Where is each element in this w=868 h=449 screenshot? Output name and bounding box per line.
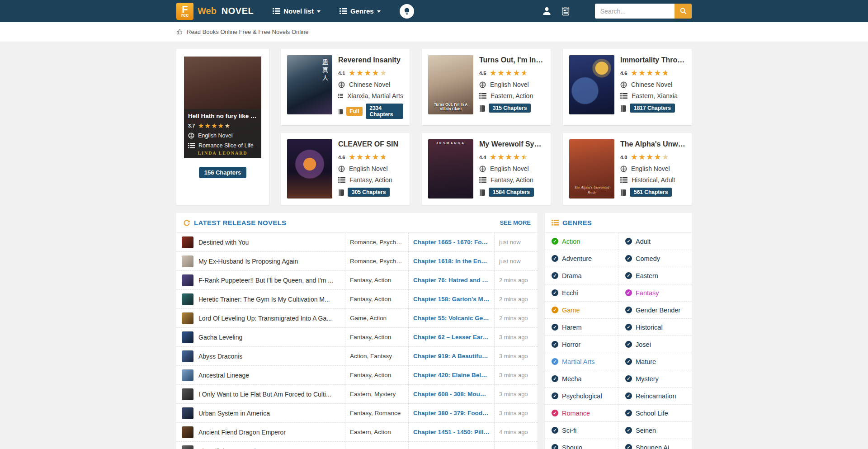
latest-release-row[interactable]: Abyss Draconis Action, Fantasy Chapter 9… (176, 347, 538, 366)
genre-link[interactable]: Adult (618, 233, 692, 250)
genre-link[interactable]: Historical (618, 319, 692, 336)
novel-title[interactable]: Turns Out, I'm In A Vill... (479, 56, 544, 64)
featured-novel-card[interactable]: The Alpha's Unwanted Bride The Alpha's U… (563, 133, 692, 205)
genre-link[interactable]: Shounen Ai (618, 439, 692, 449)
latest-release-row[interactable]: Heretic Trainer: The Gym Is My Cultivati… (176, 290, 538, 309)
chapter-link[interactable]: Chapter 420: Elaine Belpheg... (408, 366, 494, 385)
latest-release-row[interactable]: Ancestral Lineage Fantasy, Action Chapte… (176, 366, 538, 385)
chapter-link[interactable]: Chapter 55: Volcanic Gecko (... (408, 309, 494, 328)
latest-release-row[interactable]: Lord Of Leveling Up: Transmigrated Into … (176, 309, 538, 328)
latest-release-row[interactable]: Ancient Fiend Dragon Emperor Eastern, Ac… (176, 423, 538, 442)
featured-novel-card[interactable]: CLEAVER OF SIN 4.6 ★★★★★★★★★★ English No… (281, 133, 410, 205)
latest-release-row[interactable]: The Villains Must Win Fantasy, Adult Cha… (176, 442, 538, 449)
novel-cover[interactable]: 蛊真人 (287, 55, 332, 114)
chapter-link[interactable]: Chapter 1665 - 1670: Fool fo... (408, 233, 494, 252)
latest-release-panel: LATEST RELEASE NOVELS SEE MORE Destined … (176, 213, 538, 449)
novel-title-link[interactable]: Ancestral Lineage (198, 372, 249, 379)
latest-release-row[interactable]: My Ex-Husband Is Proposing Again Romance… (176, 252, 538, 271)
novel-cover[interactable] (287, 139, 332, 199)
chapter-link[interactable]: Chapter 919: A Beautiful Fan... (408, 347, 494, 366)
novel-title[interactable]: CLEAVER OF SIN (338, 140, 403, 148)
novel-cover[interactable]: Turns Out, I'm In A Villain Clan! (428, 55, 473, 114)
featured-novel-card[interactable]: JKSMANGA My Werewolf System 4.4 ★★★★★★★★… (422, 133, 551, 205)
time-cell: 3 mins ago (494, 347, 538, 366)
genre-link[interactable]: Mature (618, 353, 692, 370)
novel-title-link[interactable]: Lord Of Leveling Up: Transmigrated Into … (198, 315, 332, 322)
star-rating-icon: ★★★★★★★★★★ (490, 153, 528, 161)
featured-novel-card[interactable]: Immortality Through ... 4.6 ★★★★★★★★★★ C… (563, 49, 692, 125)
user-account-button[interactable] (542, 6, 552, 16)
genre-link[interactable]: Sci-fi (545, 422, 618, 439)
see-more-link[interactable]: SEE MORE (500, 219, 531, 226)
novel-title-link[interactable]: Ancient Fiend Dragon Emperor (198, 429, 286, 436)
time-cell: 2 mins ago (494, 271, 538, 290)
genre-link[interactable]: Mecha (545, 370, 618, 388)
genre-link[interactable]: Ecchi (545, 284, 618, 302)
novel-title-link[interactable]: My Ex-Husband Is Proposing Again (198, 258, 298, 265)
genre-link[interactable]: Josei (618, 336, 692, 353)
novel-title[interactable]: Reverend Insanity (338, 56, 403, 64)
genre-link[interactable]: Adventure (545, 250, 618, 267)
genre-link[interactable]: Gender Bender (618, 302, 692, 319)
novel-cover[interactable]: HELL HATH NO FURY Hell Hath no fury like… (184, 57, 261, 158)
genre-link[interactable]: Mystery (618, 370, 692, 388)
novel-title-link[interactable]: F-Rank Puppeteer!! But I'll be Queen, an… (198, 277, 333, 284)
chapter-link[interactable]: Chapter 1451 - 1450: Pill Refi... (408, 423, 494, 442)
novel-cover[interactable] (569, 55, 614, 114)
genre-link[interactable]: Seinen (618, 422, 692, 439)
novel-title-link[interactable]: Destined with You (198, 239, 249, 246)
novel-title-link[interactable]: Abyss Draconis (198, 353, 242, 360)
latest-release-row[interactable]: I Only Want to Lie Flat But Am Forced to… (176, 385, 538, 404)
novel-title-link[interactable]: Heretic Trainer: The Gym Is My Cultivati… (198, 296, 330, 303)
time-cell: 3 mins ago (494, 404, 538, 423)
latest-release-row[interactable]: Urban System in America Fantasy, Romance… (176, 404, 538, 423)
novel-title-link[interactable]: Gacha Leveling (198, 334, 242, 341)
site-logo[interactable]: F ree WebNOVEL (176, 3, 254, 20)
novel-title-link[interactable]: Urban System in America (198, 410, 270, 417)
genres-cell: Fantasy, Action (345, 290, 408, 309)
novel-title[interactable]: Hell Hath no fury like a bi... (188, 113, 257, 119)
featured-novel-card[interactable]: Turns Out, I'm In A Villain Clan! Turns … (422, 49, 551, 125)
genre-link[interactable]: Shoujo (545, 439, 618, 449)
free-logo-badge: F ree (176, 3, 193, 20)
nav-novel-list[interactable]: Novel list (273, 7, 321, 15)
genre-link[interactable]: Action (545, 233, 618, 250)
reading-list-button[interactable] (561, 6, 571, 16)
theme-toggle-button[interactable] (400, 4, 414, 19)
genre-link[interactable]: Martial Arts (545, 353, 618, 370)
genre-link[interactable]: Comedy (618, 250, 692, 267)
novel-title-link[interactable]: I Only Want to Lie Flat But Am Forced to… (198, 391, 331, 398)
search-input[interactable] (595, 4, 675, 19)
novel-title[interactable]: The Alpha's Unwanted... (620, 140, 685, 148)
latest-release-row[interactable]: Destined with You Romance, Psycholo... C… (176, 233, 538, 252)
novel-cover[interactable]: JKSMANGA (428, 139, 473, 199)
chapter-link[interactable]: Chapter 1618: In the End, It's ... (408, 252, 494, 271)
breadcrumb: Read Books Online Free & Free Novels Onl… (176, 28, 692, 35)
nav-genres[interactable]: Genres (340, 7, 381, 15)
genre-link[interactable]: Horror (545, 336, 618, 353)
featured-novel-card[interactable]: 蛊真人 Reverend Insanity 4.1 ★★★★★★★★★★ Chi… (281, 49, 410, 125)
genre-link[interactable]: Eastern (618, 267, 692, 284)
novel-cover[interactable]: The Alpha's Unwanted Bride (569, 139, 614, 199)
chapter-link[interactable]: Chapter 303: Apocalypse Ro... (408, 442, 494, 449)
novel-title[interactable]: Immortality Through ... (620, 56, 685, 64)
novel-title-link[interactable]: The Villains Must Win (198, 448, 259, 449)
novel-title[interactable]: My Werewolf System (479, 140, 544, 148)
chapter-link[interactable]: Chapter 158: Garion's Motiva... (408, 290, 494, 309)
genre-link[interactable]: Psychological (545, 388, 618, 405)
genre-link[interactable]: Romance (545, 405, 618, 422)
genre-link[interactable]: Fantasy (618, 284, 692, 302)
genre-link[interactable]: Reincarnation (618, 388, 692, 405)
hero-novel-card[interactable]: HELL HATH NO FURY Hell Hath no fury like… (176, 49, 269, 205)
genre-link[interactable]: Drama (545, 267, 618, 284)
genre-link[interactable]: Harem (545, 319, 618, 336)
chapter-link[interactable]: Chapter 62 – Lesser Earth S... (408, 328, 494, 347)
chapter-link[interactable]: Chapter 608 - 308: Mountain ... (408, 385, 494, 404)
genre-link[interactable]: Game (545, 302, 618, 319)
search-button[interactable] (675, 4, 692, 19)
genre-link[interactable]: School Life (618, 405, 692, 422)
chapter-link[interactable]: Chapter 380 - 379: Food, Tra... (408, 404, 494, 423)
latest-release-row[interactable]: F-Rank Puppeteer!! But I'll be Queen, an… (176, 271, 538, 290)
chapter-link[interactable]: Chapter 76: Hatred and Jealo... (408, 271, 494, 290)
latest-release-row[interactable]: Gacha Leveling Fantasy, Action Chapter 6… (176, 328, 538, 347)
